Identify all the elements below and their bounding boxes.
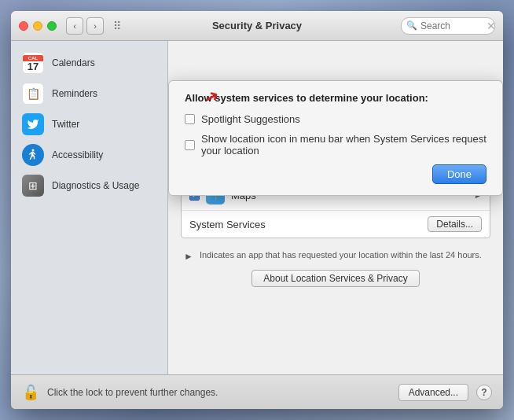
search-clear-icon[interactable]: ✕ xyxy=(486,20,496,32)
spotlight-row: Spotlight Suggestions xyxy=(185,113,486,125)
grid-view-button[interactable]: ⠿ xyxy=(108,17,126,35)
sidebar-item-diagnostics[interactable]: Diagnostics & Usage xyxy=(14,171,164,201)
svg-point-0 xyxy=(32,149,35,152)
popup-overlay: ➜ Allow system services to determine you… xyxy=(168,41,503,374)
advanced-button[interactable]: Advanced... xyxy=(398,384,468,401)
location-icon-label: Show location icon in menu bar when Syst… xyxy=(201,133,486,157)
twitter-label: Twitter xyxy=(52,119,79,130)
lock-icon: 🔓 xyxy=(22,384,39,401)
popup-title: Allow system services to determine your … xyxy=(185,92,486,104)
right-panel: ➜ Allow system services to determine you… xyxy=(168,41,503,374)
spotlight-label: Spotlight Suggestions xyxy=(201,113,300,125)
search-bar[interactable]: 🔍 ✕ xyxy=(401,17,495,35)
location-icon-checkbox[interactable] xyxy=(185,140,195,150)
back-button[interactable]: ‹ xyxy=(66,17,83,35)
sidebar-item-accessibility[interactable]: Accessibility xyxy=(14,140,164,170)
main-content: CAL 17 Calendars Reminders Twitter xyxy=(11,41,503,374)
search-input[interactable] xyxy=(420,20,483,31)
spotlight-checkbox[interactable] xyxy=(185,114,195,124)
calendars-label: Calendars xyxy=(52,57,95,68)
diagnostics-icon xyxy=(22,175,44,197)
done-row: Done xyxy=(185,164,486,184)
reminders-label: Reminders xyxy=(52,88,97,99)
done-button[interactable]: Done xyxy=(432,164,486,184)
sidebar-item-reminders[interactable]: Reminders xyxy=(14,79,164,109)
sidebar-item-twitter[interactable]: Twitter xyxy=(14,109,164,139)
window-title: Security & Privacy xyxy=(212,20,302,31)
calendars-icon: CAL 17 xyxy=(22,52,44,74)
lock-text: Click the lock to prevent further change… xyxy=(47,387,391,398)
location-icon-row: Show location icon in menu bar when Syst… xyxy=(185,133,486,157)
help-button[interactable]: ? xyxy=(476,385,492,400)
main-window: ‹ › ⠿ Security & Privacy 🔍 ✕ CAL 17 Cale… xyxy=(11,11,503,409)
cal-day: 17 xyxy=(28,61,39,72)
reminders-icon xyxy=(22,83,44,105)
forward-button[interactable]: › xyxy=(86,17,104,35)
accessibility-icon xyxy=(22,144,44,166)
titlebar: ‹ › ⠿ Security & Privacy 🔍 ✕ xyxy=(11,11,503,41)
sidebar: CAL 17 Calendars Reminders Twitter xyxy=(11,41,168,374)
sidebar-item-calendars[interactable]: CAL 17 Calendars xyxy=(14,48,164,78)
traffic-lights xyxy=(19,21,57,31)
twitter-icon xyxy=(22,113,44,135)
search-icon: 🔍 xyxy=(406,20,417,31)
diagnostics-label: Diagnostics & Usage xyxy=(52,180,139,191)
lock-icon-wrap: 🔓 xyxy=(22,384,39,401)
bottom-bar: 🔓 Click the lock to prevent further chan… xyxy=(11,374,503,409)
minimize-button[interactable] xyxy=(33,21,42,31)
maximize-button[interactable] xyxy=(47,21,57,31)
close-button[interactable] xyxy=(19,21,28,31)
nav-buttons: ‹ › xyxy=(66,17,104,35)
accessibility-label: Accessibility xyxy=(52,149,103,160)
